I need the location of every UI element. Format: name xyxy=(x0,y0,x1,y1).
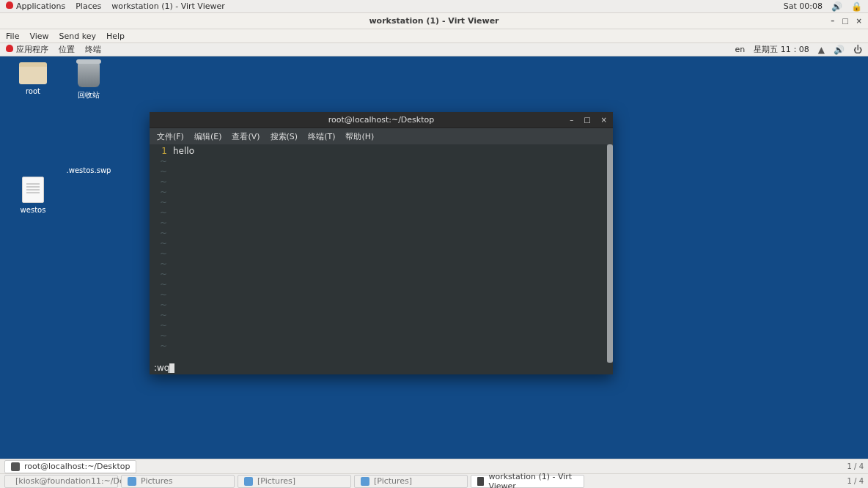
network-icon[interactable]: ▲ xyxy=(818,45,825,55)
monitor-icon xyxy=(477,477,484,486)
desktop-icon-label: westos xyxy=(21,206,46,214)
terminal-scrollbar[interactable] xyxy=(607,144,613,363)
line-number: 1 xyxy=(154,146,167,156)
taskbar-item-kiosk-terminal[interactable]: [kiosk@foundation11:~/Desktop] xyxy=(4,475,118,488)
taskbar-label: [Pictures] xyxy=(257,476,295,486)
taskbar-label: [Pictures] xyxy=(374,476,412,486)
trash-icon xyxy=(78,62,100,87)
inner-active-app[interactable]: 终端 xyxy=(85,44,101,55)
lock-icon[interactable]: 🔒 xyxy=(851,1,862,12)
scrollbar-thumb[interactable] xyxy=(607,144,613,363)
terminal-title-text: root@localhost:~/Desktop xyxy=(328,115,434,125)
taskbar-item-pictures-2[interactable]: [Pictures] xyxy=(238,475,351,488)
taskbar-item-virt-viewer[interactable]: workstation (1) - Virt Viewer xyxy=(471,475,584,488)
inner-menu-places[interactable]: 位置 xyxy=(59,44,75,55)
desktop-icon-root-folder[interactable]: root xyxy=(7,62,59,95)
terminal-menu-terminal[interactable]: 终端(T) xyxy=(308,131,335,142)
desktop-icon-label: .westos.swp xyxy=(67,166,111,174)
desktop-icon-westos[interactable]: westos xyxy=(7,177,59,214)
terminal-maximize-button[interactable]: □ xyxy=(584,116,590,124)
taskbar-label: workstation (1) - Virt Viewer xyxy=(488,472,578,489)
terminal-minimize-button[interactable]: – xyxy=(570,116,573,124)
inner-clock[interactable]: 星期五 11：08 xyxy=(754,44,809,55)
desktop-icon-trash[interactable]: 回收站 xyxy=(63,62,114,100)
inner-desktop[interactable]: root 回收站 .westos.swp westos root@localho… xyxy=(0,56,868,459)
terminal-close-button[interactable]: × xyxy=(601,116,607,124)
outer-clock[interactable]: Sat 00:08 xyxy=(784,1,823,11)
taskbar-item-pictures-3[interactable]: [Pictures] xyxy=(354,475,468,488)
terminal-titlebar[interactable]: root@localhost:~/Desktop – □ × xyxy=(150,112,613,128)
editor-text: hello xyxy=(173,146,194,156)
taskbar-label: Pictures xyxy=(141,476,173,486)
terminal-body[interactable]: 1hello ~ ~ ~ ~ ~ ~ ~ ~ ~ ~ ~ ~ ~ ~ ~ ~ ~… xyxy=(150,144,613,374)
virt-menu-view[interactable]: View xyxy=(29,32,48,41)
terminal-window: root@localhost:~/Desktop – □ × 文件(F) 编辑(… xyxy=(150,112,613,374)
taskbar-item-pictures-1[interactable]: Pictures xyxy=(121,475,235,488)
inner-workspace-indicator[interactable]: 1 / 4 xyxy=(847,462,864,470)
outer-menu-applications[interactable]: Applications xyxy=(6,1,65,11)
desktop-icon-swp[interactable]: .westos.swp xyxy=(63,141,114,174)
folder-icon xyxy=(361,477,369,486)
outer-menu-places[interactable]: Places xyxy=(76,1,101,11)
terminal-menu-help[interactable]: 帮助(H) xyxy=(345,131,374,142)
inner-bottom-panel: root@localhost:~/Desktop 1 / 4 xyxy=(0,459,868,473)
terminal-icon xyxy=(11,462,20,471)
folder-icon xyxy=(128,477,136,486)
folder-icon xyxy=(19,62,47,84)
virt-viewer-titlebar: workstation (1) - Virt Viewer – □ × xyxy=(0,13,868,29)
terminal-menu-view[interactable]: 查看(V) xyxy=(232,131,260,142)
desktop-icon-label: 回收站 xyxy=(78,90,100,100)
taskbar-item-terminal[interactable]: root@localhost:~/Desktop xyxy=(4,460,136,473)
inner-menu-applications[interactable]: 应用程序 xyxy=(6,44,48,55)
file-icon xyxy=(22,177,44,203)
power-icon[interactable]: ⏻ xyxy=(853,45,862,55)
volume-icon[interactable]: 🔊 xyxy=(831,1,842,12)
minimize-button[interactable]: – xyxy=(831,17,834,25)
desktop-icon-label: root xyxy=(26,87,40,95)
virt-viewer-menubar: File View Send key Help xyxy=(0,29,868,43)
maximize-button[interactable]: □ xyxy=(842,17,848,25)
outer-bottom-panel: [kiosk@foundation11:~/Desktop] Pictures … xyxy=(0,473,868,488)
close-button[interactable]: × xyxy=(856,17,862,25)
inner-top-panel: 应用程序 位置 终端 en 星期五 11：08 ▲ 🔊 ⏻ xyxy=(0,43,868,56)
input-method-indicator[interactable]: en xyxy=(735,45,746,54)
inner-volume-icon[interactable]: 🔊 xyxy=(834,45,845,55)
virt-menu-help[interactable]: Help xyxy=(106,32,125,41)
folder-icon xyxy=(244,477,253,486)
outer-active-app[interactable]: workstation (1) - Virt Viewer xyxy=(111,1,225,11)
outer-workspace-indicator[interactable]: 1 / 4 xyxy=(847,477,864,485)
virt-menu-file[interactable]: File xyxy=(6,32,19,41)
terminal-menu-search[interactable]: 搜索(S) xyxy=(271,131,298,142)
vim-command-line[interactable]: :wq xyxy=(154,363,613,374)
terminal-menu-edit[interactable]: 编辑(E) xyxy=(194,131,222,142)
cursor-block xyxy=(169,363,174,373)
virt-menu-sendkey[interactable]: Send key xyxy=(59,32,96,41)
virt-title-text: workstation (1) - Virt Viewer xyxy=(369,16,499,26)
terminal-menubar: 文件(F) 编辑(E) 查看(V) 搜索(S) 终端(T) 帮助(H) xyxy=(150,128,613,144)
terminal-menu-file[interactable]: 文件(F) xyxy=(157,131,184,142)
taskbar-label: root@localhost:~/Desktop xyxy=(24,462,130,471)
outer-top-panel: Applications Places workstation (1) - Vi… xyxy=(0,0,868,13)
